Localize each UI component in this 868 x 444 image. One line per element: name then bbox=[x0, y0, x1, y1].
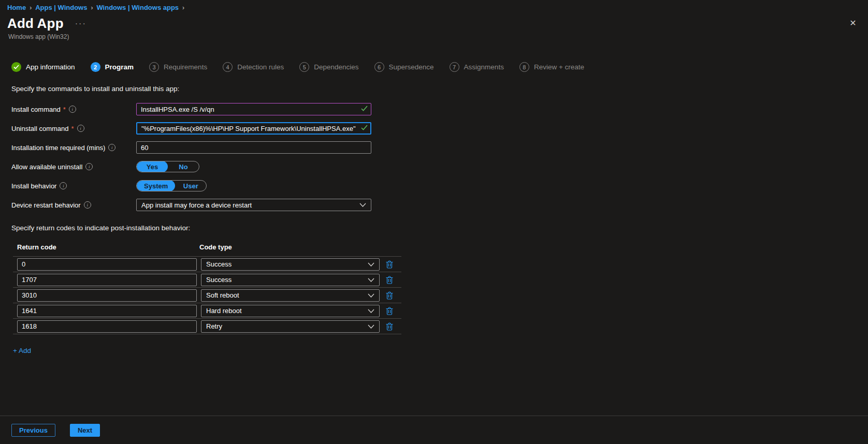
step-number: 3 bbox=[149, 62, 159, 72]
breadcrumb-separator: › bbox=[30, 4, 32, 11]
step-dependencies[interactable]: 5 Dependencies bbox=[299, 62, 358, 72]
return-code-input[interactable] bbox=[17, 320, 197, 333]
return-code-row: Retry bbox=[13, 319, 401, 334]
code-type-select[interactable]: Success bbox=[201, 258, 380, 271]
info-icon[interactable]: i bbox=[69, 106, 76, 113]
restart-behavior-label: Device restart behavior bbox=[11, 201, 81, 209]
delete-row-trash-icon[interactable] bbox=[386, 260, 393, 269]
step-complete-check-icon bbox=[11, 62, 21, 72]
return-code-input[interactable] bbox=[17, 305, 197, 317]
step-requirements[interactable]: 3 Requirements bbox=[149, 62, 207, 72]
wizard-footer: Previous Next bbox=[0, 416, 868, 444]
restart-behavior-value: App install may force a device restart bbox=[141, 201, 252, 209]
code-type-select[interactable]: Soft reboot bbox=[201, 289, 380, 302]
next-button[interactable]: Next bbox=[70, 424, 100, 437]
info-icon[interactable]: i bbox=[84, 201, 91, 209]
step-label: Dependencies bbox=[314, 63, 358, 71]
install-command-input[interactable] bbox=[136, 103, 371, 115]
delete-row-trash-icon[interactable] bbox=[386, 322, 393, 331]
install-command-label: Install command bbox=[11, 106, 61, 113]
step-supersedence[interactable]: 6 Supersedence bbox=[374, 62, 434, 72]
delete-row-trash-icon[interactable] bbox=[386, 275, 393, 284]
breadcrumb: Home › Apps | Windows › Windows | Window… bbox=[0, 0, 868, 11]
step-label: Supersedence bbox=[389, 63, 434, 71]
chevron-down-icon bbox=[368, 278, 374, 282]
code-type-value: Soft reboot bbox=[206, 291, 239, 299]
breadcrumb-separator: › bbox=[182, 4, 184, 11]
return-codes-section-title: Specify return codes to indicate post-in… bbox=[11, 224, 868, 232]
allow-uninstall-toggle: Yes No bbox=[136, 161, 199, 172]
chevron-down-icon bbox=[368, 262, 374, 267]
install-behavior-system-option[interactable]: System bbox=[137, 180, 175, 191]
breadcrumb-home[interactable]: Home bbox=[7, 4, 26, 11]
step-number: 5 bbox=[299, 62, 309, 72]
breadcrumb-separator: › bbox=[91, 4, 93, 11]
uninstall-command-label: Uninstall command bbox=[11, 125, 69, 132]
step-program[interactable]: 2 Program bbox=[91, 62, 134, 72]
restart-behavior-select[interactable]: App install may force a device restart bbox=[136, 199, 371, 211]
install-behavior-label: Install behavior bbox=[11, 182, 56, 190]
required-asterisk: * bbox=[71, 125, 74, 132]
step-number: 7 bbox=[450, 62, 459, 72]
info-icon[interactable]: i bbox=[77, 125, 84, 132]
return-code-row: Success bbox=[13, 257, 401, 272]
info-icon[interactable]: i bbox=[85, 163, 93, 170]
step-review-create[interactable]: 8 Review + create bbox=[519, 62, 584, 72]
close-icon[interactable]: ✕ bbox=[847, 18, 859, 29]
step-app-information[interactable]: App information bbox=[11, 62, 75, 72]
allow-uninstall-label: Allow available uninstall bbox=[11, 163, 82, 171]
return-code-row: Success bbox=[13, 272, 401, 288]
required-asterisk: * bbox=[63, 106, 66, 113]
info-icon[interactable]: i bbox=[60, 182, 67, 189]
return-codes-table: Return code Code type Success Success So… bbox=[13, 243, 401, 334]
code-type-value: Success bbox=[206, 276, 232, 284]
return-code-input[interactable] bbox=[17, 289, 197, 302]
return-code-input[interactable] bbox=[17, 274, 197, 286]
wizard-steps: App information 2 Program 3 Requirements… bbox=[11, 62, 868, 72]
step-label: Program bbox=[105, 63, 134, 71]
code-type-select[interactable]: Success bbox=[201, 274, 380, 286]
install-time-input[interactable] bbox=[136, 141, 371, 154]
delete-row-trash-icon[interactable] bbox=[386, 306, 393, 315]
previous-button[interactable]: Previous bbox=[11, 424, 55, 437]
code-type-select[interactable]: Hard reboot bbox=[201, 305, 380, 317]
step-label: Review + create bbox=[534, 63, 584, 71]
valid-check-icon bbox=[361, 125, 368, 130]
add-return-code-link[interactable]: + Add bbox=[13, 347, 31, 354]
step-number: 8 bbox=[519, 62, 529, 72]
chevron-down-icon bbox=[368, 309, 374, 313]
step-label: Requirements bbox=[164, 63, 207, 71]
more-options-icon[interactable]: ··· bbox=[75, 19, 86, 28]
step-detection-rules[interactable]: 4 Detection rules bbox=[223, 62, 284, 72]
code-type-value: Hard reboot bbox=[206, 307, 242, 315]
step-number: 4 bbox=[223, 62, 233, 72]
breadcrumb-apps-windows[interactable]: Apps | Windows bbox=[35, 4, 87, 11]
page-subtitle: Windows app (Win32) bbox=[8, 33, 868, 40]
step-number: 6 bbox=[374, 62, 384, 72]
allow-uninstall-yes-option[interactable]: Yes bbox=[137, 161, 168, 172]
chevron-down-icon bbox=[368, 324, 374, 329]
info-icon[interactable]: i bbox=[108, 144, 115, 151]
install-behavior-user-option[interactable]: User bbox=[175, 180, 206, 191]
step-label: Assignments bbox=[464, 63, 504, 71]
chevron-down-icon bbox=[359, 203, 366, 207]
chevron-down-icon bbox=[368, 293, 374, 298]
return-code-input[interactable] bbox=[17, 258, 197, 271]
allow-uninstall-no-option[interactable]: No bbox=[168, 161, 199, 172]
page-title: Add App bbox=[7, 16, 64, 32]
return-code-row: Soft reboot bbox=[13, 288, 401, 303]
code-type-select[interactable]: Retry bbox=[201, 320, 380, 333]
return-code-row: Hard reboot bbox=[13, 303, 401, 319]
step-assignments[interactable]: 7 Assignments bbox=[450, 62, 504, 72]
step-label: App information bbox=[26, 63, 75, 71]
return-code-column-header: Return code bbox=[17, 243, 199, 251]
uninstall-command-input[interactable] bbox=[136, 122, 371, 135]
code-type-value: Retry bbox=[206, 322, 222, 330]
breadcrumb-windows-apps[interactable]: Windows | Windows apps bbox=[96, 4, 179, 11]
valid-check-icon bbox=[361, 106, 368, 111]
install-behavior-toggle: System User bbox=[136, 180, 207, 191]
code-type-column-header: Code type bbox=[199, 243, 232, 251]
delete-row-trash-icon[interactable] bbox=[386, 291, 393, 300]
step-number: 2 bbox=[91, 62, 100, 72]
install-time-label: Installation time required (mins) bbox=[11, 144, 105, 152]
